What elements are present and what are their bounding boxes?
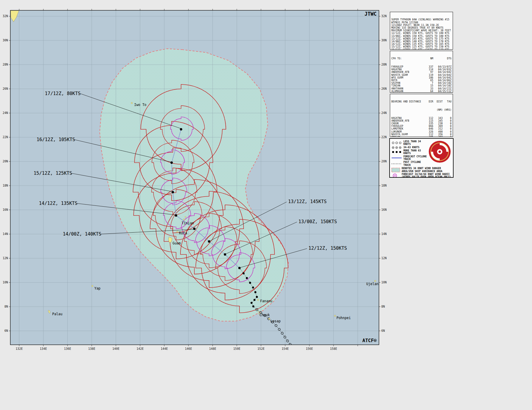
islet-marker [185, 216, 186, 218]
legend-label: 34-63 KNOTS [403, 146, 419, 149]
cpa-rows: FARAULEP33704/13/07ZHAGATNA11404/14/03ZA… [391, 66, 451, 93]
legend-item-34-63: 34-63 KNOTS [391, 146, 428, 149]
lat-label: 12N [381, 257, 387, 260]
place-label: Pohnpei [336, 316, 351, 320]
forecast-callout-label: 13/12Z, 145KTS [288, 199, 327, 204]
lat-label: 18N [3, 184, 8, 187]
lat-label: 26N [381, 87, 387, 90]
forecast-position-dot [180, 128, 182, 130]
lon-label: 152E [257, 347, 265, 350]
place-marker [131, 102, 132, 104]
lat-label: 8N [381, 305, 385, 308]
place-label: Tinian [182, 221, 194, 225]
forecast-position-dot [172, 191, 174, 193]
lat-label: 12N [3, 257, 8, 260]
legend-label: MORE THAN 63 KNOTS [403, 149, 428, 155]
lon-label: 140E [112, 347, 119, 350]
lat-label: 20N [3, 160, 8, 163]
lon-label: 132E [16, 347, 23, 350]
place-label: Fananu [260, 299, 272, 303]
blue-line-icon [391, 156, 402, 159]
lon-label: 142E [137, 347, 144, 350]
warning-line: 16/12Z, WINDS 105 KTS, GUSTS TO 130 KTS [391, 48, 451, 50]
lat-label: 28N [3, 63, 8, 66]
place-marker [374, 280, 376, 282]
forecast-position-dot [224, 253, 226, 256]
place-marker [334, 315, 336, 316]
forecast-callout-label: 17/12Z, 80KTS [45, 91, 81, 96]
place-marker [176, 231, 178, 232]
warning-lines: SUPER TYPHOON 04W (SINLAKU) WARNING #15W… [391, 18, 451, 50]
lat-label: 22N [3, 135, 8, 139]
lat-label: 24N [3, 111, 8, 115]
wind-radii-icon [391, 173, 400, 178]
forecast-callout-label: 14/00Z, 140KTS [63, 231, 101, 237]
lat-label: 10N [381, 281, 387, 284]
typhoon-track-map: 12/12Z, 150KTS13/00Z, 150KTS13/12Z, 145K… [0, 0, 388, 363]
forecast-callout-label: 12/12Z, 150KTS [308, 246, 347, 251]
lon-label: 150E [233, 347, 240, 350]
lon-label: 154E [282, 347, 289, 350]
danger-area-swatch [391, 168, 400, 172]
forecast-callout-label: 13/00Z, 150KTS [298, 219, 337, 224]
lat-label: 14N [381, 232, 387, 236]
bearing-title: BEARING AND DISTANCE [391, 100, 426, 103]
place-marker [268, 318, 270, 319]
legend-label: LESS THAN 34 KNOTS [403, 140, 428, 146]
bearing-col-dist: DIST [433, 100, 443, 103]
place-label: Ujelan [366, 282, 379, 286]
forecast-callout-label: 15/12Z, 125KTS [34, 171, 72, 176]
legend-item-lt34: LESS THAN 34 KNOTS [391, 140, 428, 146]
lat-label: 6N [381, 329, 385, 332]
legend-label: PAST CYCLONE TRACK [403, 161, 428, 166]
legend-item-gt63: MORE THAN 63 KNOTS [391, 149, 428, 155]
lon-label: 134E [40, 347, 47, 350]
past-fix-over63kt [254, 299, 256, 301]
place-label: Chuuk [260, 313, 270, 317]
forecast-position-dot [238, 267, 241, 269]
past-fix-over63kt [254, 291, 257, 293]
filled-circles-icon [391, 151, 402, 153]
past-fix-over63kt [246, 277, 248, 279]
lon-label: 158E [330, 347, 337, 350]
lat-label: 10N [3, 281, 8, 284]
lat-label: 20N [381, 160, 387, 163]
place-label: Losap [270, 319, 281, 323]
atcf-warning-graphic: { "brand": {"top_right": "JTWC", "bottom… [0, 0, 532, 410]
place-label: Guam [173, 241, 181, 245]
place-marker [257, 299, 259, 300]
lat-label: 24N [381, 111, 387, 115]
place-marker [91, 285, 93, 287]
lon-label: 136E [64, 347, 71, 350]
lat-label: 16N [3, 208, 8, 211]
place-label: Palau [52, 312, 63, 316]
place-marker [258, 311, 259, 312]
legend-label: FORECAST CYCLONE TRACK [403, 155, 428, 161]
place-marker [183, 219, 185, 220]
jtwc-label: JTWC [364, 11, 377, 17]
forecast-position-dot [193, 228, 196, 230]
open-circles-icon [391, 141, 402, 144]
legend-item-wind-radii: FORECAST 34/50/64 KNOT WIND RADII (WINDS… [391, 173, 451, 178]
cpa-col-nm: NM [423, 57, 433, 60]
lat-label: 8N [4, 305, 8, 308]
lat-label: 32N [3, 14, 8, 18]
past-fix-over63kt [252, 306, 254, 308]
place-label: Iwo To [134, 103, 147, 107]
bearing-col-tau: TAU [443, 100, 451, 103]
legend-item-forecast-track: FORECAST CYCLONE TRACK [391, 155, 428, 161]
past-fix-over63kt [251, 302, 253, 304]
lon-label: 144E [161, 347, 168, 350]
legend-item-danger-area: DENOTES 34 KNOT WIND DANGER AREA/USN SHI… [391, 167, 451, 173]
cpa-col-dtg: DTG [433, 57, 451, 60]
past-fix-over63kt [243, 272, 245, 275]
place-label: Rota [179, 231, 187, 235]
jtwc-typhoon-logo [428, 140, 451, 164]
atcf-label: ATCF® [362, 338, 377, 343]
bearing-sub-dist: (NM) [433, 109, 443, 111]
cpa-title: CPA TO: [391, 57, 423, 60]
lat-label: 26N [3, 87, 8, 90]
lat-label: 16N [381, 208, 387, 211]
bearing-row: OROLUK3053590 [391, 136, 451, 137]
bearing-rows: HAGATNA1123430ANDERSEN_AFB1153450CHUUK33… [391, 117, 451, 137]
